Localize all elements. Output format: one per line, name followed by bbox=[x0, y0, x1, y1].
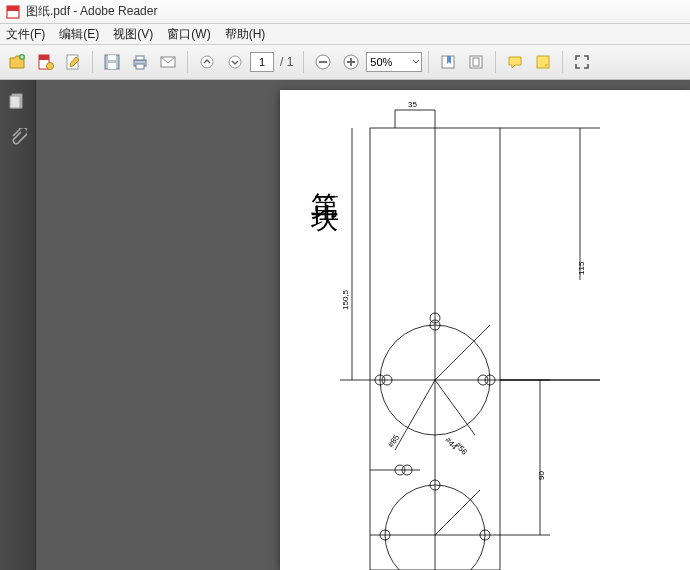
print-button[interactable] bbox=[127, 49, 153, 75]
menu-window[interactable]: 窗口(W) bbox=[167, 26, 210, 43]
dim-r85: #85 bbox=[386, 433, 401, 450]
fullscreen-button[interactable] bbox=[569, 49, 595, 75]
svg-point-15 bbox=[229, 56, 241, 68]
create-pdf-button[interactable] bbox=[32, 49, 58, 75]
nav-sidebar bbox=[0, 80, 36, 570]
workspace: 第二块 35 115 bbox=[0, 80, 690, 570]
save-button[interactable] bbox=[99, 49, 125, 75]
toolbar-separator bbox=[187, 51, 188, 73]
dim-115: 115 bbox=[577, 261, 586, 275]
menu-edit[interactable]: 编辑(E) bbox=[59, 26, 99, 43]
fit-page-button[interactable] bbox=[463, 49, 489, 75]
svg-rect-23 bbox=[10, 96, 20, 108]
svg-rect-4 bbox=[39, 55, 49, 60]
svg-rect-9 bbox=[108, 63, 116, 69]
toolbar-separator bbox=[428, 51, 429, 73]
technical-drawing: 35 115 bbox=[280, 90, 690, 570]
menu-file[interactable]: 文件(F) bbox=[6, 26, 45, 43]
menu-help[interactable]: 帮助(H) bbox=[225, 26, 266, 43]
menu-bar: 文件(F) 编辑(E) 视图(V) 窗口(W) 帮助(H) bbox=[0, 24, 690, 44]
svg-line-49 bbox=[435, 490, 480, 535]
comment-button[interactable] bbox=[502, 49, 528, 75]
svg-point-5 bbox=[47, 63, 54, 70]
page-down-button[interactable] bbox=[222, 49, 248, 75]
bookmark-button[interactable] bbox=[435, 49, 461, 75]
window-title: 图纸.pdf - Adobe Reader bbox=[26, 3, 157, 20]
zoom-out-button[interactable] bbox=[310, 49, 336, 75]
svg-rect-1 bbox=[7, 6, 19, 11]
toolbar-separator bbox=[562, 51, 563, 73]
document-area[interactable]: 第二块 35 115 bbox=[36, 80, 690, 570]
email-button[interactable] bbox=[155, 49, 181, 75]
svg-point-14 bbox=[201, 56, 213, 68]
page-total-label: / 1 bbox=[276, 55, 297, 69]
dim-90: 90 bbox=[537, 471, 546, 480]
window-titlebar: 图纸.pdf - Adobe Reader bbox=[0, 0, 690, 24]
zoom-in-button[interactable] bbox=[338, 49, 364, 75]
svg-line-41 bbox=[435, 380, 475, 435]
open-file-button[interactable] bbox=[4, 49, 30, 75]
menu-view[interactable]: 视图(V) bbox=[113, 26, 153, 43]
sticky-note-button[interactable] bbox=[530, 49, 556, 75]
svg-line-40 bbox=[435, 325, 490, 380]
dim-35: 35 bbox=[408, 100, 417, 109]
edit-button[interactable] bbox=[60, 49, 86, 75]
svg-rect-8 bbox=[108, 55, 116, 60]
dim-1505: 150,5 bbox=[341, 289, 350, 310]
zoom-level-value: 50% bbox=[370, 56, 392, 68]
svg-rect-21 bbox=[537, 56, 549, 68]
toolbar-separator bbox=[495, 51, 496, 73]
svg-line-42 bbox=[395, 380, 435, 450]
zoom-level-select[interactable]: 50% bbox=[366, 52, 422, 72]
svg-rect-12 bbox=[136, 64, 144, 69]
toolbar-separator bbox=[92, 51, 93, 73]
pdf-file-icon bbox=[6, 5, 20, 19]
attachments-panel-icon[interactable] bbox=[7, 126, 29, 148]
svg-rect-11 bbox=[136, 56, 144, 60]
page-up-button[interactable] bbox=[194, 49, 220, 75]
pdf-page: 第二块 35 115 bbox=[280, 90, 690, 570]
toolbar-separator bbox=[303, 51, 304, 73]
page-number-input[interactable] bbox=[250, 52, 274, 72]
toolbar: / 1 50% bbox=[0, 44, 690, 80]
thumbnails-panel-icon[interactable] bbox=[7, 90, 29, 112]
